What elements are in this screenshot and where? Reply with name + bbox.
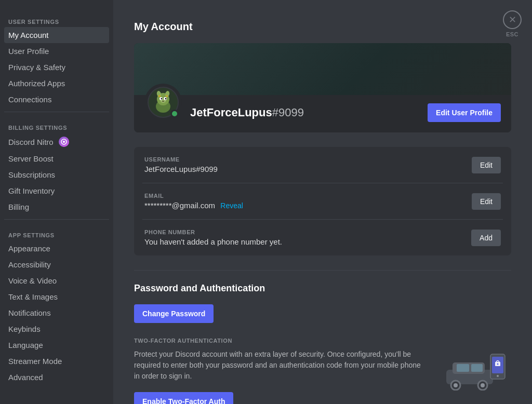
svg-point-13 bbox=[163, 101, 164, 102]
phone-label: PHONE NUMBER bbox=[144, 229, 471, 235]
sidebar-item-label-connections: Connections bbox=[8, 95, 51, 104]
email-value: *********@gmail.com Reveal bbox=[144, 201, 472, 210]
profile-info-row: JetForceLupus#9099 Edit User Profile bbox=[134, 95, 511, 132]
sidebar-item-voice-video[interactable]: Voice & Video bbox=[4, 273, 109, 289]
add-phone-button[interactable]: Add bbox=[471, 230, 501, 246]
page-title: My Account bbox=[134, 21, 511, 33]
esc-button[interactable]: ✕ ESC bbox=[503, 10, 522, 37]
svg-point-19 bbox=[454, 383, 458, 387]
sidebar-item-privacy-safety[interactable]: Privacy & Safety bbox=[4, 59, 109, 75]
email-row: EMAIL *********@gmail.com Reveal Edit bbox=[142, 183, 503, 220]
phone-row: PHONE NUMBER You haven't added a phone n… bbox=[142, 220, 503, 255]
sidebar-item-appearance[interactable]: Appearance bbox=[4, 240, 109, 257]
sidebar-section-label-1: BILLING SETTINGS bbox=[4, 116, 109, 133]
reveal-email-link[interactable]: Reveal bbox=[220, 201, 243, 210]
sidebar-item-label-voice-video: Voice & Video bbox=[8, 276, 57, 285]
username-row: USERNAME JetForceLupus#9099 Edit bbox=[142, 147, 503, 183]
sidebar-item-authorized-apps[interactable]: Authorized Apps bbox=[4, 75, 109, 91]
esc-label: ESC bbox=[506, 31, 518, 37]
username-label: USERNAME bbox=[144, 156, 472, 163]
edit-email-button[interactable]: Edit bbox=[472, 193, 501, 210]
svg-point-10 bbox=[165, 98, 167, 100]
sidebar-item-label-advanced: Advanced bbox=[8, 373, 43, 382]
svg-rect-22 bbox=[457, 364, 469, 372]
password-section-title: Password and Authentication bbox=[134, 281, 511, 294]
sidebar-item-label-language: Language bbox=[8, 341, 43, 349]
sidebar-item-gift-inventory[interactable]: Gift Inventory bbox=[4, 183, 109, 199]
tfa-illustration bbox=[438, 349, 511, 390]
tfa-content: Protect your Discord account with an ext… bbox=[134, 349, 511, 404]
sidebar-item-keybinds[interactable]: Keybinds bbox=[4, 321, 109, 337]
sidebar-item-my-account[interactable]: My Account bbox=[4, 27, 109, 43]
username-value: JetForceLupus#9099 bbox=[144, 165, 472, 173]
sidebar-item-accessibility[interactable]: Accessibility bbox=[4, 257, 109, 273]
sidebar-item-label-accessibility: Accessibility bbox=[8, 260, 51, 269]
sidebar-item-discord-nitro[interactable]: Discord Nitro bbox=[4, 133, 109, 151]
sidebar-divider-1 bbox=[4, 219, 109, 220]
change-password-button[interactable]: Change Password bbox=[134, 304, 214, 323]
sidebar-item-label-text-images: Text & Images bbox=[8, 292, 58, 301]
sidebar-item-connections[interactable]: Connections bbox=[4, 91, 109, 107]
edit-profile-button[interactable]: Edit User Profile bbox=[428, 103, 501, 122]
email-label: EMAIL bbox=[144, 193, 472, 199]
section-divider bbox=[134, 270, 511, 271]
sidebar-divider-0 bbox=[4, 112, 109, 112]
sidebar-item-label-user-profile: User Profile bbox=[8, 47, 49, 56]
sidebar-item-text-images[interactable]: Text & Images bbox=[4, 289, 109, 305]
sidebar-item-label-streamer-mode: Streamer Mode bbox=[8, 357, 62, 366]
sidebar-item-label-server-boost: Server Boost bbox=[8, 154, 54, 163]
svg-point-28 bbox=[497, 363, 499, 365]
svg-rect-23 bbox=[471, 364, 483, 372]
sidebar: USER SETTINGSMy AccountUser ProfilePriva… bbox=[0, 0, 113, 404]
sidebar-item-user-profile[interactable]: User Profile bbox=[4, 43, 109, 59]
avatar-wrap bbox=[144, 84, 182, 121]
enable-2fa-button[interactable]: Enable Two-Factor Auth bbox=[134, 392, 233, 404]
close-icon[interactable]: ✕ bbox=[503, 10, 522, 29]
tfa-label: TWO-FACTOR AUTHENTICATION bbox=[134, 338, 511, 344]
sidebar-item-billing[interactable]: Billing bbox=[4, 199, 109, 215]
sidebar-item-server-boost[interactable]: Server Boost bbox=[4, 151, 109, 167]
sidebar-section-label-2: APP SETTINGS bbox=[4, 224, 109, 240]
profile-banner bbox=[134, 43, 511, 95]
svg-point-21 bbox=[481, 383, 485, 387]
sidebar-item-streamer-mode[interactable]: Streamer Mode bbox=[4, 353, 109, 369]
svg-point-9 bbox=[161, 98, 163, 100]
sidebar-item-label-discord-nitro: Discord Nitro bbox=[8, 138, 54, 146]
sidebar-item-label-billing: Billing bbox=[8, 203, 29, 211]
avatar-status-indicator bbox=[170, 110, 179, 118]
account-details: USERNAME JetForceLupus#9099 Edit EMAIL *… bbox=[134, 147, 511, 255]
sidebar-item-label-keybinds: Keybinds bbox=[8, 325, 41, 333]
tfa-description: Protect your Discord account with an ext… bbox=[134, 349, 428, 382]
sidebar-item-label-appearance: Appearance bbox=[8, 244, 50, 253]
profile-username: JetForceLupus#9099 bbox=[190, 106, 419, 119]
sidebar-item-advanced[interactable]: Advanced bbox=[4, 369, 109, 385]
main-content: ✕ ESC My Account bbox=[113, 0, 532, 404]
sidebar-section-label-0: USER SETTINGS bbox=[4, 10, 109, 27]
svg-point-14 bbox=[158, 95, 161, 97]
svg-point-1 bbox=[63, 141, 65, 143]
sidebar-item-label-my-account: My Account bbox=[8, 31, 49, 39]
nitro-badge bbox=[59, 137, 69, 147]
sidebar-item-language[interactable]: Language bbox=[4, 337, 109, 353]
sidebar-item-subscriptions[interactable]: Subscriptions bbox=[4, 167, 109, 183]
svg-point-15 bbox=[166, 95, 168, 97]
sidebar-item-notifications[interactable]: Notifications bbox=[4, 305, 109, 321]
sidebar-item-label-notifications: Notifications bbox=[8, 308, 51, 317]
sidebar-item-label-authorized-apps: Authorized Apps bbox=[8, 79, 65, 88]
profile-card: JetForceLupus#9099 Edit User Profile bbox=[134, 43, 511, 132]
sidebar-item-label-subscriptions: Subscriptions bbox=[8, 170, 55, 179]
svg-point-26 bbox=[497, 375, 499, 377]
phone-value: You haven't added a phone number yet. bbox=[144, 237, 471, 246]
sidebar-item-label-privacy-safety: Privacy & Safety bbox=[8, 63, 65, 72]
sidebar-item-label-gift-inventory: Gift Inventory bbox=[8, 186, 55, 195]
edit-username-button[interactable]: Edit bbox=[472, 157, 501, 173]
tfa-section: TWO-FACTOR AUTHENTICATION Protect your D… bbox=[134, 338, 511, 404]
nitro-icon bbox=[59, 137, 69, 147]
svg-point-12 bbox=[162, 101, 163, 102]
